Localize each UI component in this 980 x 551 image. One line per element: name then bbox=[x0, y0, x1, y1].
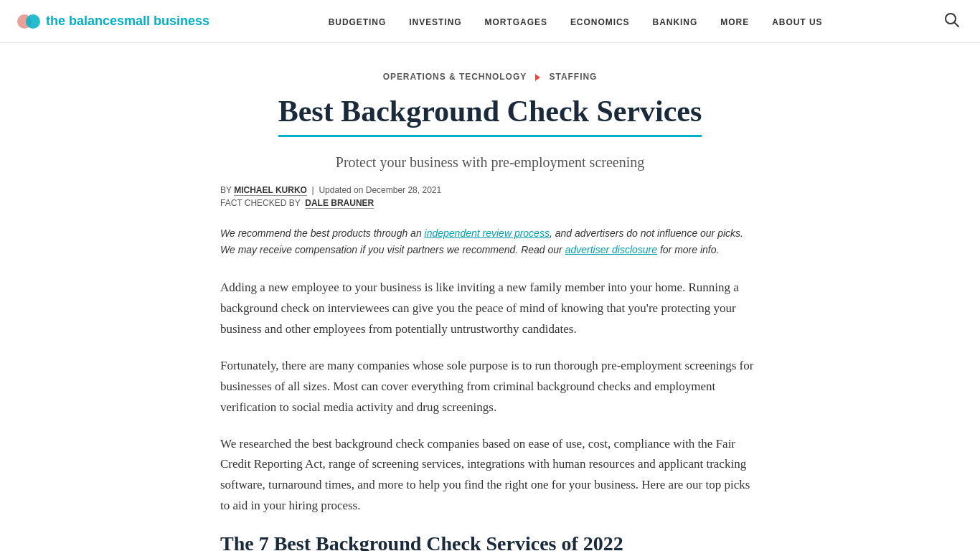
nav-item-economics[interactable]: ECONOMICS bbox=[570, 15, 630, 28]
main-nav: the balancesmall business BUDGETING INVE… bbox=[0, 0, 980, 43]
page-subtitle: Protect your business with pre-employmen… bbox=[220, 154, 760, 171]
byline-prefix: BY bbox=[220, 185, 232, 195]
body-paragraph-1: Adding a new employee to your business i… bbox=[220, 278, 760, 340]
author-link[interactable]: MICHAEL KURKO bbox=[234, 185, 307, 196]
body-paragraph-2: Fortunately, there are many companies wh… bbox=[220, 356, 760, 418]
nav-item-mortgages[interactable]: MORTGAGES bbox=[485, 15, 547, 28]
nav-item-more[interactable]: MORE bbox=[720, 15, 749, 28]
svg-line-3 bbox=[954, 22, 958, 27]
breadcrumb-parent-link[interactable]: OPERATIONS & TECHNOLOGY bbox=[383, 72, 527, 82]
nav-item-investing[interactable]: INVESTING bbox=[409, 15, 461, 28]
logo-icon bbox=[17, 10, 40, 33]
disclosure-text: We recommend the best products through a… bbox=[220, 225, 760, 258]
nav-links: BUDGETING INVESTING MORTGAGES ECONOMICS … bbox=[329, 15, 823, 28]
byline: BY MICHAEL KURKO | Updated on December 2… bbox=[220, 185, 760, 195]
logo-text: the balancesmall business bbox=[46, 14, 209, 29]
logo-link[interactable]: the balancesmall business bbox=[17, 10, 209, 33]
fact-checker-link[interactable]: DALE BRAUNER bbox=[305, 198, 374, 209]
breadcrumb: OPERATIONS & TECHNOLOGY STAFFING bbox=[220, 72, 760, 82]
fact-check: FACT CHECKED BY DALE BRAUNER bbox=[220, 198, 760, 208]
independent-review-link[interactable]: independent review process bbox=[425, 227, 550, 239]
nav-item-about-us[interactable]: ABOUT US bbox=[772, 15, 822, 28]
fact-check-prefix: FACT CHECKED BY bbox=[220, 198, 301, 208]
advertiser-disclosure-link[interactable]: advertiser disclosure bbox=[565, 244, 657, 255]
section-heading: The 7 Best Background Check Services of … bbox=[220, 532, 760, 551]
body-paragraph-3: We researched the best background check … bbox=[220, 434, 760, 517]
search-icon bbox=[944, 12, 960, 28]
search-button[interactable] bbox=[941, 9, 963, 33]
nav-item-budgeting[interactable]: BUDGETING bbox=[329, 15, 387, 28]
title-wrap: Best Background Check Services bbox=[220, 93, 760, 146]
nav-right bbox=[941, 9, 963, 33]
breadcrumb-separator-icon bbox=[535, 74, 540, 81]
breadcrumb-current: STAFFING bbox=[550, 72, 598, 82]
updated-text: Updated on December 28, 2021 bbox=[319, 185, 441, 195]
svg-point-1 bbox=[26, 14, 40, 29]
nav-item-banking[interactable]: BANKING bbox=[653, 15, 698, 28]
page-title: Best Background Check Services bbox=[278, 93, 702, 137]
main-content: OPERATIONS & TECHNOLOGY STAFFING Best Ba… bbox=[0, 43, 980, 551]
